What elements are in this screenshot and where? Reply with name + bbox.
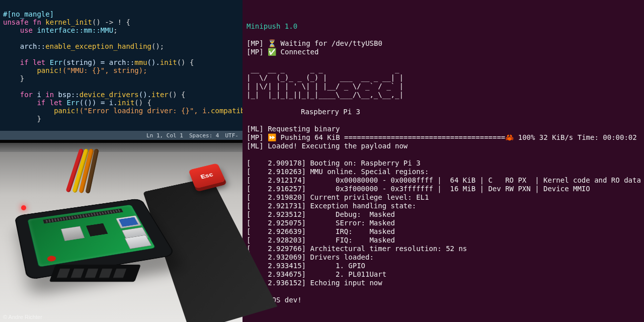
code-attribute: #[no_mangle] (3, 10, 54, 18)
esc-keycap: Esc (188, 163, 225, 189)
fn-name: kernel_init (45, 18, 92, 26)
ml-request: [ML] Requesting binary (247, 125, 640, 133)
status-encoding: UTF- (225, 132, 239, 139)
if-mid2: (). (147, 58, 160, 66)
status-position: Ln 1, Col 1 (146, 132, 183, 139)
panic1-args: ("MMU: {}", string); (62, 66, 147, 74)
mp-waiting: [MP] ⏳ Waiting for /dev/ttyUSB0 (247, 39, 640, 48)
status-spaces: Spaces: 4 (189, 132, 219, 139)
if2-end: () { (134, 99, 151, 107)
kw-unsafe-fn: unsafe fn (3, 18, 45, 26)
usb3-ports (116, 215, 141, 228)
mp-connected: [MP] ✅ Connected (247, 48, 640, 56)
for-path: bsp:: (58, 91, 79, 99)
ty-err: Err (50, 58, 62, 66)
boot-log-line: [ 2.925075] SError: Masked (247, 219, 640, 227)
kw-iflet2: if let (3, 99, 66, 107)
boot-log-line: [ 2.909178] Booting on: Raspberry Pi 3 (247, 159, 640, 168)
soc-chip (61, 226, 85, 241)
boot-log-line: [ 2.936152] Echoing input now (247, 279, 640, 287)
mp-push-progress: [MP] ⏩ Pushing 64 KiB ==================… (247, 133, 640, 142)
close1: } (3, 74, 24, 83)
close2: } (3, 115, 41, 123)
raspberry-logo-icon (43, 253, 60, 263)
boot-log-line: [ 2.923512] Debug: Masked (247, 210, 640, 219)
boot-log-line: [ 2.934675] 2. PL011Uart (247, 270, 640, 279)
code-editor-screenshot: #[no_mangle] unsafe fn kernel_init() -> … (0, 0, 243, 140)
esc-label: Esc (200, 171, 214, 180)
kw-use: use (3, 26, 37, 34)
for-fn2: iter (151, 91, 169, 99)
boot-log-line: [ 2.926639] IRQ: Masked (247, 227, 640, 236)
for-mid: (). (139, 91, 151, 99)
sig-tail: () -> ! { (92, 18, 130, 26)
boot-log-line: [ 2.933415] 1. GPIO (247, 262, 640, 270)
if-fn2: init (160, 58, 177, 66)
boot-log-line: [ 2.912174] 0x00080000 - 0x0008ffff | 64… (247, 176, 640, 185)
root: #[no_mangle] unsafe fn kernel_init() -> … (0, 0, 644, 322)
editor-statusbar: Ln 1, Col 1 Spaces: 4 UTF- (0, 131, 243, 140)
photo-credit: © Andre Richter (3, 314, 42, 320)
call-fn: enable_exception_handling (45, 42, 151, 50)
miniload-ascii-art: __ __ _ _ _ _ | \/ (_)_ _ (_) | ___ __ _… (247, 65, 640, 99)
panic2-indent (3, 107, 54, 115)
ty-err2: Err (66, 99, 79, 107)
boot-log-line: [ 2.929766] Architectural timer resoluti… (247, 245, 640, 253)
ml-loaded: [ML] Loaded! Executing the payload now (247, 142, 640, 150)
kw-in: in (41, 91, 58, 99)
panic2-fn2: compatible (211, 107, 243, 115)
panic2-args: ("Error loading driver: {}", i. (79, 107, 211, 115)
boot-log-line: [ 2.928203] FIQ: Masked (247, 236, 640, 245)
use-path: interface::mm::MMU (37, 26, 113, 34)
use-end: ; (113, 26, 117, 34)
desk-photo: Esc © Andre (0, 140, 243, 322)
code-block: #[no_mangle] unsafe fn kernel_init() -> … (0, 0, 243, 133)
if-end: () { (177, 58, 194, 66)
for-fn: device_drivers (79, 91, 139, 99)
call-path: arch:: (3, 42, 45, 50)
boot-log-line: [ 2.919820] Current privilege level: EL1 (247, 193, 640, 202)
power-led (21, 205, 26, 210)
kw-for: for (3, 91, 37, 99)
panic2-fn: panic! (54, 107, 79, 115)
ram-chip (86, 223, 108, 236)
boot-log: [ 2.909178] Booting on: Raspberry Pi 3[ … (247, 159, 640, 287)
boot-log-line: [ 2.910263] MMU online. Special regions: (247, 168, 640, 176)
if-mid1: (string) = arch:: (62, 58, 134, 66)
call-tail: (); (151, 42, 164, 50)
if2-mid1: (()) = i. (79, 99, 118, 107)
board-subtitle: Raspberry Pi 3 (247, 108, 640, 116)
left-panel: #[no_mangle] unsafe fn kernel_init() -> … (0, 0, 243, 322)
panic1-fn: panic! (37, 66, 62, 74)
case-front-ports (49, 265, 141, 282)
kw-iflet: if let (3, 58, 50, 66)
panic1-indent (3, 66, 37, 74)
for-end: () { (169, 91, 186, 99)
boot-log-line: [ 2.921731] Exception handling state: (247, 202, 640, 210)
boot-log-line: [ 2.932069] Drivers loaded: (247, 253, 640, 262)
minipush-title: Minipush 1.0 (247, 22, 640, 31)
if2-fn: init (118, 99, 135, 107)
if-fn: mmu (134, 58, 147, 66)
hello-line: Hello OS dev! (247, 296, 640, 304)
boot-log-line: [ 2.916257] 0x3f000000 - 0x3fffffff | 16… (247, 185, 640, 193)
for-var: i (37, 91, 41, 99)
terminal[interactable]: Minipush 1.0 [MP] ⏳ Waiting for /dev/tty… (243, 0, 644, 322)
gpio-jumper-wires (74, 149, 130, 189)
